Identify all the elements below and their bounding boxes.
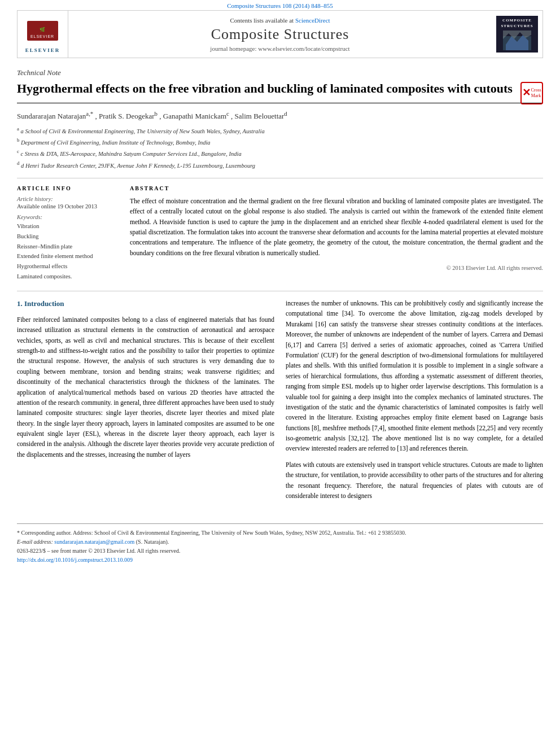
section-divider	[17, 291, 543, 291]
keyword-1: Vibration	[17, 221, 119, 231]
svg-text:🌿: 🌿	[40, 27, 45, 32]
email-line: E-mail address: sundararajan.natarajan@g…	[17, 538, 543, 547]
author-2: Pratik S. Deogekarb	[99, 112, 159, 120]
article-content: Technical Note ✕CrossMark Hygrothermal e…	[0, 58, 560, 576]
affiliation-2: b Department of Civil Engineering, India…	[17, 137, 543, 147]
elsevier-text: ELSEVIER	[25, 47, 60, 53]
article-title-block: ✕CrossMark Hygrothermal effects on the f…	[17, 81, 543, 103]
journal-header: 🌿 ELSEVIER ELSEVIER Contents lists avail…	[17, 10, 543, 58]
keyword-2: Buckling	[17, 231, 119, 242]
abstract-text: The effect of moisture concentration and…	[130, 196, 543, 258]
email-link[interactable]: sundararajan.natarajan@gmail.com	[54, 539, 134, 545]
elsevier-logo-svg: 🌿 ELSEVIER	[24, 15, 61, 46]
article-info-column: ARTICLE INFO Article history: Available …	[17, 185, 119, 282]
sciencedirect-prefix: Contents lists available at	[230, 17, 294, 24]
crossmark-icon[interactable]: ✕CrossMark	[520, 82, 543, 104]
journal-homepage: journal homepage: www.elsevier.com/locat…	[210, 45, 349, 52]
authors-line: Sundararajan Natarajana,* , Pratik S. De…	[17, 110, 543, 121]
article-history-label: Article history:	[17, 196, 119, 202]
keywords-label: Keywords:	[17, 214, 119, 220]
journal-ref-text: Composite Structures 108 (2014) 848–855	[227, 2, 333, 9]
keyword-5: Hygrothermal effects	[17, 261, 119, 272]
affiliation-3: c c Stress & DTA, IES-Aerospace, Mahindr…	[17, 148, 543, 158]
email-label: E-mail address:	[17, 539, 53, 545]
technical-note-label: Technical Note	[17, 64, 543, 77]
journal-header-center: Contents lists available at ScienceDirec…	[68, 11, 492, 58]
intro-paragraph-2: increases the number of unknowns. This c…	[286, 298, 543, 454]
main-body-left: 1. Introduction Fiber reinforced laminat…	[17, 298, 274, 506]
cs-logo-text: COMPOSITESTRUCTURES	[501, 18, 533, 28]
abstract-column: ABSTRACT The effect of moisture concentr…	[130, 185, 543, 282]
intro-paragraph-3: Plates with cutouts are extensively used…	[286, 460, 543, 501]
sciencedirect-link[interactable]: ScienceDirect	[295, 17, 330, 24]
article-title: Hygrothermal effects on the free vibrati…	[17, 81, 513, 95]
composite-structures-logo-area: COMPOSITESTRUCTURES	[492, 11, 542, 58]
doi-link-line: http://dx.doi.org/10.1016/j.compstruct.2…	[17, 556, 543, 565]
keyword-3: Reissner–Mindlin plate	[17, 242, 119, 252]
doi-line-1: 0263-8223/$ – see front matter © 2013 El…	[17, 547, 543, 556]
elsevier-logo: 🌿 ELSEVIER ELSEVIER	[24, 15, 61, 53]
main-body-right: increases the number of unknowns. This c…	[286, 298, 543, 506]
author-3: Ganapathi Manickamc	[163, 112, 231, 120]
keyword-4: Extended finite element method	[17, 251, 119, 261]
article-available-online: Available online 19 October 2013	[17, 203, 119, 209]
main-body-section: 1. Introduction Fiber reinforced laminat…	[17, 298, 543, 512]
affiliation-4: d d Henri Tudor Research Center, 29JFK, …	[17, 160, 543, 170]
copyright-line: © 2013 Elsevier Ltd. All rights reserved…	[130, 263, 543, 271]
article-info-header: ARTICLE INFO	[17, 185, 119, 191]
article-info-abstract-section: ARTICLE INFO Article history: Available …	[17, 178, 543, 282]
sciencedirect-line: Contents lists available at ScienceDirec…	[230, 17, 330, 24]
doi-link[interactable]: http://dx.doi.org/10.1016/j.compstruct.2…	[17, 557, 133, 563]
elsevier-logo-area: 🌿 ELSEVIER ELSEVIER	[18, 11, 68, 58]
affiliation-1: a a School of Civil & Environmental Engi…	[17, 125, 543, 136]
corresponding-author-note: * Corresponding author. Address: School …	[17, 528, 543, 538]
journal-title: Composite Structures	[211, 26, 349, 43]
author-4: Salim Belouettard	[235, 112, 287, 120]
journal-ref-bar: Composite Structures 108 (2014) 848–855	[0, 0, 560, 10]
svg-text:ELSEVIER: ELSEVIER	[30, 34, 54, 38]
intro-section-title: 1. Introduction	[17, 298, 274, 310]
author-1: Sundararajan Natarajana,*	[17, 112, 95, 120]
abstract-header: ABSTRACT	[130, 185, 543, 191]
footnotes-section: * Corresponding author. Address: School …	[17, 523, 543, 565]
keyword-6: Laminated composites.	[17, 272, 119, 282]
intro-paragraph-1: Fiber reinforced laminated composites be…	[17, 314, 274, 460]
cs-logo-graphic	[503, 30, 531, 50]
cs-logo: COMPOSITESTRUCTURES	[496, 16, 538, 53]
keywords-list: Vibration Buckling Reissner–Mindlin plat…	[17, 221, 119, 282]
affiliations-block: a a School of Civil & Environmental Engi…	[17, 125, 543, 170]
